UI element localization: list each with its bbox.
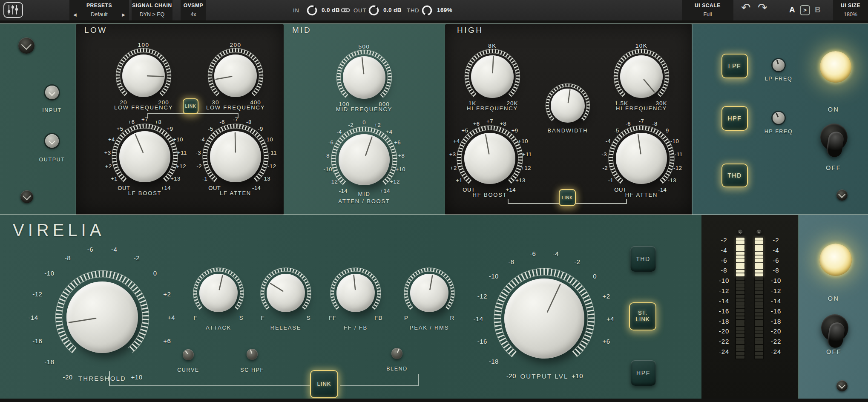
meter-tick: -14 (719, 297, 730, 304)
comp-hpf-button[interactable]: HPF (631, 360, 656, 386)
meter-tick: -8 (721, 267, 727, 274)
meter-tick: -22 (771, 338, 782, 345)
meter-tick: -24 (719, 348, 730, 355)
meter-tick: -24 (771, 348, 782, 355)
high-link-label: LINK (562, 195, 573, 200)
meter-tick: -22 (719, 338, 730, 345)
eq-top-strip (0, 20, 868, 23)
meter-tick: -20 (771, 327, 782, 335)
meter-tick: -16 (771, 307, 782, 314)
ui-scale-box[interactable]: UI SCALE Full (682, 0, 733, 20)
comp-link-bracket-right (340, 374, 419, 386)
ui-scale-value[interactable]: Full (682, 11, 733, 17)
ab-compare-a[interactable]: A (789, 5, 795, 14)
low-link-button[interactable]: LINK (183, 98, 198, 114)
screw (757, 230, 762, 235)
preset-prev-arrow[interactable]: ◀ (73, 12, 77, 17)
meter-tick: -10 (771, 277, 782, 284)
presets-label: PRESETS (69, 3, 129, 9)
gain-reduction-bar (735, 237, 745, 359)
presets-box: PRESETS Default ◀ ▶ (69, 0, 129, 20)
comp-power-lamp (819, 244, 852, 276)
ab-compare-b[interactable]: B (815, 5, 821, 14)
meter-tick: -2 (773, 236, 779, 244)
plugin-logo-icon[interactable] (3, 2, 23, 18)
undo-icon[interactable]: ↶ (741, 1, 751, 14)
in-out-link-icon[interactable] (341, 7, 350, 15)
signal-chain-box[interactable]: SIGNAL CHAIN DYN > EQ (132, 0, 172, 20)
redo-icon[interactable]: ↷ (758, 1, 767, 14)
thd-trim-value[interactable]: 169% (437, 7, 452, 13)
virelia-plugin-window: PRESETS Default ◀ ▶ SIGNAL CHAIN DYN > E… (0, 0, 868, 402)
top-toolbar: PRESETS Default ◀ ▶ SIGNAL CHAIN DYN > E… (0, 0, 868, 20)
bottom-strip (0, 399, 868, 402)
meter-tick: -2 (721, 236, 727, 244)
screw (18, 37, 34, 54)
high-link-button[interactable]: LINK (559, 189, 576, 206)
gain-reduction-bar (754, 237, 764, 359)
stereo-link-button[interactable]: ST. LINK (629, 302, 656, 330)
out-trim-knob[interactable] (368, 5, 379, 18)
ui-size-value[interactable]: 180% (833, 11, 868, 17)
meter-tick: -4 (721, 246, 727, 253)
comp-off-label: OFF (826, 348, 842, 355)
preset-value[interactable]: Default (69, 11, 129, 17)
meter-tick: -16 (719, 307, 730, 314)
low-link-label: LINK (185, 104, 196, 109)
out-trim-label: OUT (354, 7, 366, 14)
meter-tick: -10 (719, 277, 730, 284)
comp-thd-label: THD (636, 256, 650, 262)
comp-hpf-label: HPF (636, 370, 650, 376)
signal-chain-value[interactable]: DYN > EQ (132, 11, 172, 17)
comp-link-bracket-left (109, 371, 310, 386)
signal-chain-label: SIGNAL CHAIN (132, 3, 172, 9)
meter-tick: -20 (719, 327, 730, 335)
comp-on-label: ON (828, 295, 839, 302)
ui-scale-label: UI SCALE (682, 3, 733, 9)
out-trim-value[interactable]: 0.0 dB (383, 7, 402, 13)
comp-thd-button[interactable]: THD (630, 246, 656, 272)
in-trim-label: IN (293, 7, 299, 14)
ab-copy-icon[interactable]: > (800, 5, 810, 15)
ovsmp-label: OVSMP (181, 3, 206, 9)
mid-band-title: MID (292, 26, 311, 35)
meter-tick: -12 (719, 287, 730, 294)
eq-on-label: ON (828, 106, 839, 113)
screw (20, 190, 33, 203)
ui-size-box[interactable]: UI SIZE 180% (833, 0, 868, 20)
meter-tick: -6 (721, 256, 727, 264)
brand-name: VIRELIA (13, 221, 105, 240)
meter-tick: -4 (773, 246, 779, 253)
eq-thd-label: THD (727, 172, 742, 179)
eq-thd-button[interactable]: THD (721, 164, 748, 187)
screw (836, 380, 848, 391)
meter-tick: -18 (719, 317, 730, 324)
hpf-button[interactable]: HPF (721, 106, 748, 131)
comp-link-button[interactable]: LINK (310, 370, 338, 398)
meter-tick: -8 (773, 267, 779, 274)
comp-link-label: LINK (317, 381, 331, 388)
ovsmp-value[interactable]: 4x (181, 11, 206, 17)
meter-tick: -12 (771, 287, 782, 294)
eq-power-lamp (820, 51, 851, 83)
meter-tick: -6 (773, 256, 779, 264)
screw (836, 190, 848, 201)
preset-next-arrow[interactable]: ▶ (122, 12, 125, 17)
stereo-link-label-line2: LINK (636, 316, 650, 323)
gain-reduction-meter: GAIN REDUCTION -2-2-4-4-6-6-8-8-10-10-12… (701, 215, 798, 399)
comp-right-panel (799, 215, 868, 399)
in-trim-knob[interactable] (306, 5, 318, 18)
thd-trim-knob[interactable] (421, 5, 433, 18)
stereo-link-label-line1: ST. (638, 310, 647, 316)
lpf-button[interactable]: LPF (721, 54, 748, 78)
low-band-title: LOW (84, 26, 107, 35)
ovsmp-box[interactable]: OVSMP 4x (181, 0, 206, 20)
ui-size-label: UI SIZE (833, 3, 868, 9)
meter-tick: -18 (771, 317, 782, 324)
in-trim-value[interactable]: 0.0 dB (322, 7, 340, 13)
high-band-title: HIGH (457, 26, 483, 35)
screw (738, 230, 743, 235)
eq-off-label: OFF (826, 164, 841, 171)
meter-tick: -14 (771, 297, 782, 304)
thd-trim-label: THD (407, 7, 420, 14)
